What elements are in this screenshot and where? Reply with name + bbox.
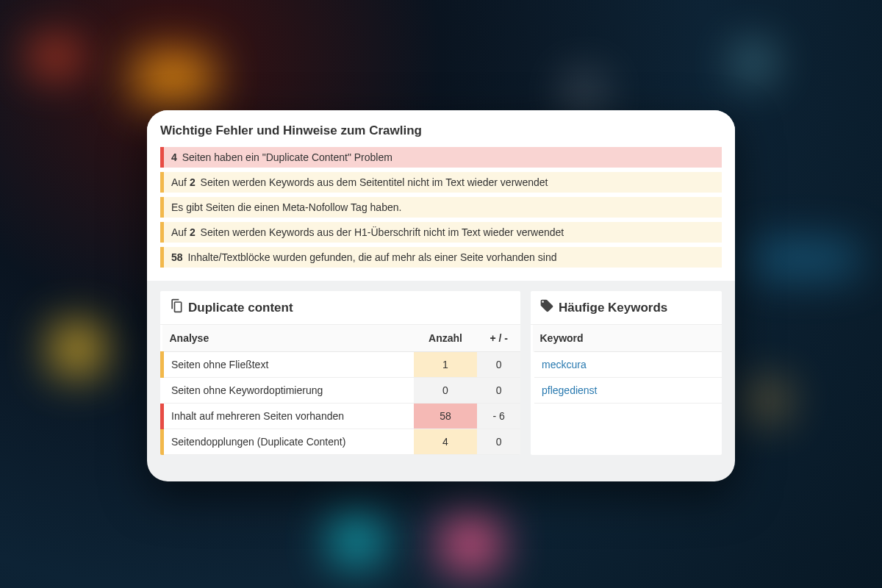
crawling-errors-panel: Wichtige Fehler und Hinweise zum Crawlin… (147, 110, 735, 281)
crawling-errors-title: Wichtige Fehler und Hinweise zum Crawlin… (160, 123, 722, 138)
keywords-table: Keyword meckcura pflegedienst (531, 325, 722, 404)
alert-text: Inhalte/Textblöcke wurden gefunden, die … (185, 251, 557, 263)
seo-report-card: Wichtige Fehler und Hinweise zum Crawlin… (147, 110, 735, 481)
row-label: Inhalt auf mehreren Seiten vorhanden (162, 404, 414, 429)
tag-icon (539, 298, 554, 317)
alert-h1-keywords[interactable]: Auf 2 Seiten werden Keywords aus der H1-… (160, 222, 722, 243)
col-delta[interactable]: + / - (477, 325, 520, 352)
alert-count: 2 (190, 226, 196, 238)
alert-meta-nofollow[interactable]: Es gibt Seiten die einen Meta-Nofollow T… (160, 197, 722, 218)
alert-count: 2 (190, 176, 196, 188)
keywords-panel: Häufige Keywords Keyword meckcura pflege… (531, 291, 722, 455)
table-row[interactable]: Seiten ohne Keywordoptimierung 0 0 (162, 378, 521, 404)
alert-text: Es gibt Seiten die einen Meta-Nofollow T… (171, 201, 401, 213)
row-delta: 0 (477, 378, 520, 404)
row-label: Seiten ohne Fließtext (162, 352, 414, 378)
row-count: 4 (414, 429, 478, 455)
table-row[interactable]: Seiten ohne Fließtext 1 0 (162, 352, 521, 378)
alert-text: Seiten werden Keywords aus dem Seitentit… (198, 176, 548, 188)
col-analyse[interactable]: Analyse (162, 325, 414, 352)
alert-count: 4 (171, 151, 177, 163)
row-count: 58 (414, 404, 478, 429)
row-delta: - 6 (477, 404, 520, 429)
row-label: Seiten ohne Keywordoptimierung (162, 378, 414, 404)
keyword-link[interactable]: meckcura (542, 359, 587, 370)
alert-prefix: Auf (171, 226, 190, 238)
row-count: 0 (414, 378, 478, 404)
alert-title-keywords[interactable]: Auf 2 Seiten werden Keywords aus dem Sei… (160, 172, 722, 193)
row-delta: 0 (477, 352, 520, 378)
table-row[interactable]: Inhalt auf mehreren Seiten vorhanden 58 … (162, 404, 521, 429)
panel-title: Duplicate content (188, 301, 293, 315)
keyword-link[interactable]: pflegedienst (542, 384, 598, 396)
col-keyword[interactable]: Keyword (533, 325, 723, 352)
duplicate-content-table: Analyse Anzahl + / - Seiten ohne Fließte… (160, 325, 520, 455)
copy-icon (169, 298, 184, 317)
alert-duplicate-content[interactable]: 4 Seiten haben ein "Duplicate Content" P… (160, 147, 722, 168)
alert-prefix: Auf (171, 176, 190, 188)
alert-textblocks[interactable]: 58 Inhalte/Textblöcke wurden gefunden, d… (160, 247, 722, 268)
row-count: 1 (414, 352, 478, 378)
table-row[interactable]: meckcura (533, 352, 723, 378)
alert-text: Seiten werden Keywords aus der H1-Übersc… (198, 226, 564, 238)
row-delta: 0 (477, 429, 520, 455)
row-label: Seitendopplungen (Duplicate Content) (162, 429, 414, 455)
alert-text: Seiten haben ein "Duplicate Content" Pro… (179, 151, 392, 163)
panel-title: Häufige Keywords (559, 301, 667, 315)
duplicate-content-panel: Duplicate content Analyse Anzahl + / - S… (160, 291, 520, 455)
table-row[interactable]: Seitendopplungen (Duplicate Content) 4 0 (162, 429, 521, 455)
table-row[interactable]: pflegedienst (533, 378, 723, 404)
keywords-header: Häufige Keywords (531, 291, 722, 325)
alert-count: 58 (171, 251, 183, 263)
col-anzahl[interactable]: Anzahl (414, 325, 478, 352)
duplicate-content-header: Duplicate content (160, 291, 520, 325)
